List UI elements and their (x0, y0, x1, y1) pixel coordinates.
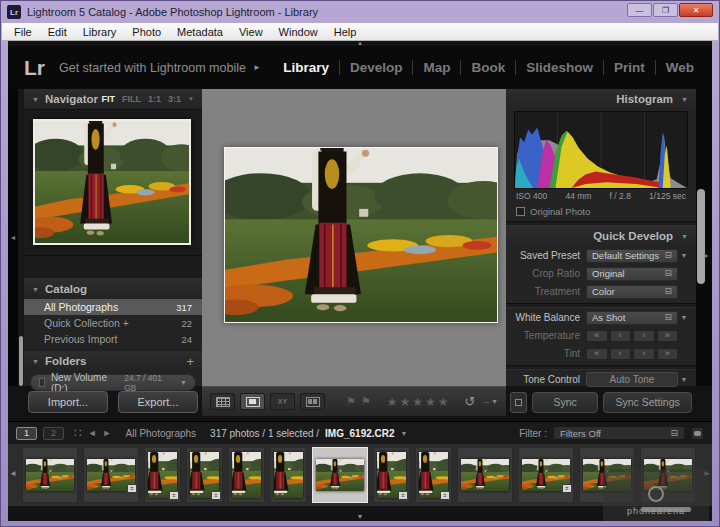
menu-window[interactable]: Window (271, 25, 326, 39)
dropdown-box-icon[interactable]: ⊟ (670, 429, 678, 438)
filter-dropdown[interactable]: Filters Off ⊟ (553, 426, 685, 440)
tint-decrease-button[interactable]: ‹ (610, 348, 632, 360)
zoom-mode-fill[interactable]: FILL (122, 94, 141, 104)
promo-arrow-icon[interactable]: ► (253, 63, 261, 72)
promo-link[interactable]: Get started with Lightroom mobile (59, 61, 246, 75)
module-book[interactable]: Book (461, 60, 515, 75)
right-scroll-thumb[interactable] (697, 189, 705, 284)
navigator-photo[interactable] (33, 119, 191, 245)
tint-increase-button[interactable]: › (633, 348, 655, 360)
minimize-button[interactable]: — (627, 3, 652, 17)
thumbnail-photo[interactable] (274, 452, 303, 498)
thumbnail-photo[interactable]: ± (148, 452, 177, 498)
main-window-button[interactable]: 1 (16, 427, 37, 440)
import-button[interactable]: Import... (28, 391, 108, 413)
filmstrip-thumbnail[interactable]: ± (144, 447, 181, 503)
grid-view-button[interactable] (210, 393, 235, 410)
saved-preset-select[interactable]: Default Settings ⊟ (586, 249, 678, 263)
zoom-mode-1-1[interactable]: 1:1 (148, 94, 161, 104)
right-panel-collapse-strip[interactable]: ► (694, 89, 712, 386)
develop-settings-badge-icon[interactable]: ± (440, 491, 450, 500)
auto-tone-button[interactable]: Auto Tone (586, 372, 678, 387)
export-button[interactable]: Export... (118, 391, 198, 413)
section-disclosure-icon[interactable]: ▼ (678, 252, 690, 259)
develop-settings-badge-icon[interactable]: ± (211, 491, 221, 500)
thumbnail-photo[interactable] (461, 459, 509, 491)
flag-reject-icon[interactable]: ⚑ (361, 395, 371, 408)
selected-filename[interactable]: IMG_6192.CR2 (325, 428, 394, 439)
module-library[interactable]: Library (273, 60, 339, 75)
filmstrip-thumbnail[interactable] (270, 447, 307, 503)
menu-photo[interactable]: Photo (124, 25, 169, 39)
histogram-graph[interactable] (514, 111, 688, 189)
grid-view-shortcut-icon[interactable]: ∷ (74, 426, 82, 440)
main-photo-preview[interactable] (224, 147, 498, 323)
navigator-header[interactable]: ▼ Navigator FIT FILL 1:1 3:1 ▼ (24, 89, 202, 109)
thumbnail-photo[interactable] (316, 459, 364, 491)
left-scroll-thumb[interactable] (19, 336, 23, 386)
filmstrip-thumbnail[interactable] (228, 447, 265, 503)
original-photo-row[interactable]: Original Photo (506, 201, 696, 221)
menu-metadata[interactable]: Metadata (169, 25, 231, 39)
thumbnail-photo[interactable]: ± (87, 459, 135, 491)
filmstrip-scroll-left-icon[interactable]: ◄ (9, 469, 17, 478)
dropdown-box-icon[interactable]: ⊟ (664, 269, 672, 278)
star-icon[interactable]: ★ (387, 395, 398, 409)
zoom-mode-3-1[interactable]: 3:1 (168, 94, 181, 104)
section-disclosure-icon[interactable]: ▼ (678, 376, 690, 383)
develop-settings-badge-icon[interactable]: ± (398, 491, 408, 500)
menu-file[interactable]: File (6, 25, 40, 39)
develop-settings-badge-icon[interactable]: ± (562, 484, 572, 493)
thumbnail-photo[interactable]: ± (190, 452, 219, 498)
filmstrip-thumbnail[interactable]: ± (83, 447, 139, 503)
temp-increase-button[interactable]: › (633, 330, 655, 342)
filmstrip-source[interactable]: All Photographs (125, 428, 196, 439)
thumbnail-photo[interactable] (232, 452, 261, 498)
original-photo-checkbox[interactable] (516, 207, 525, 216)
filmstrip-thumbnail[interactable] (457, 447, 513, 503)
titlebar[interactable]: Lr Lightroom 5 Catalog - Adobe Photoshop… (1, 1, 719, 23)
star-icon[interactable]: ★ (438, 395, 449, 409)
disclosure-triangle-icon[interactable]: ▼ (681, 96, 688, 103)
temp-decrease-button[interactable]: ‹ (610, 330, 632, 342)
menu-edit[interactable]: Edit (40, 25, 75, 39)
temp-large-decrease-button[interactable]: « (586, 330, 608, 342)
filmstrip-thumbnail[interactable]: ± (518, 447, 574, 503)
dropdown-box-icon[interactable]: ⊟ (664, 313, 672, 322)
develop-settings-badge-icon[interactable]: ± (127, 484, 137, 493)
crop-ratio-select[interactable]: Original ⊟ (586, 267, 678, 281)
next-photo-arrow-icon[interactable]: ► (103, 428, 112, 438)
catalog-item-previous-import[interactable]: Previous Import 24 (24, 331, 202, 347)
rotate-icon[interactable]: ↺ (465, 394, 476, 409)
temp-large-increase-button[interactable]: » (657, 330, 679, 342)
sync-settings-button[interactable]: Sync Settings (603, 392, 692, 413)
disclosure-triangle-icon[interactable]: ▼ (32, 358, 39, 365)
tint-large-increase-button[interactable]: » (657, 348, 679, 360)
thumbnail-photo[interactable]: ± (377, 452, 406, 498)
survey-view-button[interactable] (300, 393, 325, 410)
folders-header[interactable]: ▼ Folders + (24, 351, 202, 371)
close-button[interactable]: ✕ (679, 3, 713, 17)
catalog-item-quick-collection[interactable]: Quick Collection + 22 (24, 315, 202, 331)
module-web[interactable]: Web (656, 60, 704, 75)
catalog-item-all-photographs[interactable]: All Photographs 317 (24, 299, 202, 315)
histogram-header[interactable]: Histogram ▼ (506, 89, 696, 109)
module-slideshow[interactable]: Slideshow (516, 60, 603, 75)
filename-dropdown-icon[interactable]: ▼ (401, 430, 408, 437)
compare-view-button[interactable]: XY (270, 393, 295, 410)
module-print[interactable]: Print (604, 60, 655, 75)
catalog-header[interactable]: ▼ Catalog (24, 279, 202, 299)
sync-checkbox-button[interactable] (510, 392, 527, 413)
sync-button[interactable]: Sync (532, 392, 598, 413)
filter-lock-toggle[interactable] (691, 427, 704, 440)
loupe-view-button[interactable] (240, 393, 265, 410)
flag-pick-icon[interactable]: ⚑ (346, 395, 356, 408)
develop-settings-badge-icon[interactable]: ± (169, 491, 179, 500)
quick-develop-header[interactable]: Quick Develop ▼ (506, 226, 696, 246)
filmstrip-thumbnail[interactable]: ± (415, 447, 452, 503)
module-develop[interactable]: Develop (340, 60, 413, 75)
collapse-right-arrow-icon[interactable]: ► (703, 252, 710, 259)
disclosure-triangle-icon[interactable]: ▼ (32, 286, 39, 293)
filmstrip-thumbnail[interactable]: ± (373, 447, 410, 503)
dropdown-box-icon[interactable]: ⊟ (664, 251, 672, 260)
